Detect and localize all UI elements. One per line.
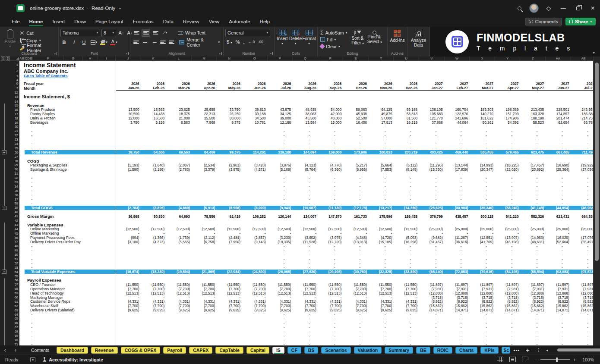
cell-T35[interactable]: - [514,188,540,193]
cell-J16[interactable]: 13,500 [116,107,141,112]
cell-L37[interactable]: - [312,197,337,201]
cell-R64[interactable]: - [464,312,489,317]
cell-P24[interactable]: - [413,142,439,146]
cell-V35[interactable]: - [565,188,590,193]
cell-N34[interactable]: - [362,184,388,188]
cell-O63[interactable]: (9,625) [242,308,268,312]
row-number[interactable]: 45 [11,231,19,235]
minimize-button[interactable]: — [556,0,571,16]
cell-L51[interactable]: - [312,257,337,261]
cell-S6[interactable]: 2026 [343,82,369,86]
row-number[interactable]: 65 [11,317,19,321]
cell-S50[interactable]: - [489,253,514,257]
cell-W26[interactable]: 469,440 [445,150,470,154]
cell-L31[interactable]: - [312,172,337,176]
cell-R29[interactable]: (4,770) [318,163,344,167]
cell-V38[interactable]: - [565,201,590,206]
cell-S16[interactable]: 59,063 [343,107,369,112]
cell-N24[interactable]: - [362,142,388,146]
cell-K24[interactable]: - [287,142,312,146]
cell-V67[interactable]: - [565,325,590,329]
cell-N54[interactable]: (22,934) [217,270,242,274]
cell-S69[interactable]: - [489,334,514,338]
add-ins-button[interactable]: Add-ins [389,28,405,50]
zoom-slider-thumb[interactable] [556,358,558,362]
cell-Q46[interactable]: (3,602) [293,235,318,240]
cell-Q49[interactable]: - [438,248,464,253]
cell-Q45[interactable]: - [293,231,318,235]
cell-S41[interactable]: 161,733 [343,214,369,219]
cell-U37[interactable]: - [540,197,565,201]
cell-T46[interactable]: (4,720) [369,235,394,240]
cell-X18[interactable]: 161,622 [470,116,495,120]
outline-collapse-button[interactable]: − [2,206,6,210]
cell-L52[interactable]: - [312,261,337,265]
cell-M65[interactable]: - [337,317,363,321]
cell-U68[interactable]: - [540,329,565,334]
cell-O20[interactable]: - [388,125,413,129]
cell-V48[interactable]: - [565,244,590,248]
cell-Q68[interactable]: - [438,329,464,334]
cell-S35[interactable]: - [489,188,514,193]
cell-N25[interactable]: - [362,146,388,150]
cell-O6[interactable]: 2026 [242,82,268,86]
cell-K16[interactable]: 18,563 [141,107,167,112]
cell-S21[interactable]: - [489,129,514,133]
cell-P50[interactable]: - [413,253,439,257]
cell-U38[interactable]: - [540,201,565,206]
row-number[interactable]: 43 [11,223,19,227]
row-number[interactable]: 62 [11,304,19,308]
align-left-button[interactable] [132,38,140,46]
row-number[interactable]: 14 [11,100,19,104]
cell-T64[interactable]: - [514,312,540,317]
cell-Q38[interactable]: - [438,201,464,206]
cell-P59[interactable]: (12,513) [268,291,293,295]
column-header-H[interactable]: H [83,56,98,60]
cell-R71[interactable]: - [464,342,489,345]
cell-M44[interactable]: (12,500) [192,227,217,231]
cell-K29[interactable]: (1,640) [141,163,167,167]
cell-S64[interactable]: - [489,312,514,317]
cell-N49[interactable]: - [362,248,388,253]
cell-AB47[interactable]: (55,497) [571,240,597,244]
cell-AA45[interactable]: - [546,231,571,235]
column-header-V[interactable]: V [419,56,445,60]
borders-button[interactable]: ▾ [90,38,98,46]
cell-J51[interactable]: - [261,257,287,261]
cell-P35[interactable]: - [413,188,439,193]
cell-O52[interactable]: - [388,261,413,265]
cell-O7[interactable]: Jun-26 [242,86,268,91]
cell-S26[interactable]: 173,906 [343,150,369,154]
cell-U58[interactable]: (7,700) [394,287,420,291]
cell-W45[interactable]: - [445,231,470,235]
cell-Z54[interactable]: (88,594) [521,270,546,274]
cell-M48[interactable]: - [337,244,363,248]
row-number[interactable]: 33 [11,180,19,185]
cell-T19[interactable]: 17,813 [369,120,394,125]
cell-J63[interactable]: (9,625) [116,308,141,312]
cell-R57[interactable]: (11,550) [318,282,344,287]
cell-P41[interactable]: 120,144 [268,214,293,219]
format-cells-button[interactable]: Format▾ [303,28,316,50]
cell-U19[interactable]: 19,219 [394,120,420,125]
cell-S60[interactable]: - [343,295,369,300]
cell-P61[interactable]: (4,331) [268,299,293,304]
row-number[interactable]: 54 [11,270,19,274]
cell-T38[interactable]: - [514,201,540,206]
sheet-tab-captable[interactable]: CapTable [215,347,243,354]
cell-T51[interactable]: - [514,257,540,261]
cell-M68[interactable]: - [337,329,363,334]
cell-AB6[interactable]: 2027 [571,82,597,86]
cell-N67[interactable]: - [362,325,388,329]
cell-S39[interactable]: (12,173) [343,206,369,210]
outline-collapse-button[interactable]: − [2,270,6,274]
cell-K7[interactable]: Feb-26 [141,86,167,91]
cell-AB54[interactable]: (97,573) [571,270,597,274]
cell-X16[interactable]: 183,303 [470,107,495,112]
cell-M61[interactable]: (4,331) [192,299,217,304]
cell-N61[interactable]: (4,331) [217,299,242,304]
cell-U50[interactable]: - [540,253,565,257]
row-number[interactable]: 7 [11,86,19,91]
row-number[interactable]: 59 [11,291,19,295]
cell-O46[interactable]: (2,857) [242,235,268,240]
